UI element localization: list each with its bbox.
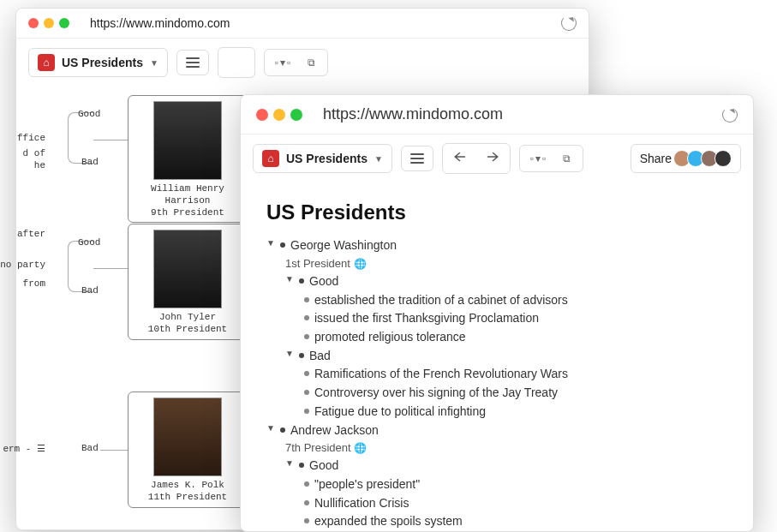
app-toolbar-front: ⌂ US Presidents ▼ ▫▾▫ ⧉ Share	[241, 134, 753, 182]
address-bar[interactable]: https://www.mindomo.com	[90, 16, 556, 30]
window-titlebar: https://www.mindomo.com	[241, 95, 753, 134]
president-name: George Washington	[290, 236, 397, 255]
list-item[interactable]: Fatigue due to political infighting	[304, 403, 727, 421]
reload-icon[interactable]	[722, 107, 738, 123]
doc-selector[interactable]: ⌂ US Presidents ▼	[253, 144, 392, 173]
app-toolbar-back: ⌂ US Presidents ▼ ▫▾▫ ⧉	[16, 39, 589, 87]
portrait-image	[153, 230, 222, 308]
map-node-harrison[interactable]: William Henry Harrison 9th President	[128, 95, 248, 223]
mindmap-view-icon[interactable]: ▫▾▫	[273, 57, 295, 69]
undo-button[interactable]	[451, 151, 470, 166]
window-maximize-icon[interactable]	[59, 18, 69, 28]
redo-button[interactable]	[242, 55, 246, 70]
doc-title-front: US Presidents	[286, 152, 368, 165]
bullet-icon	[304, 315, 309, 320]
window-minimize-icon[interactable]	[273, 109, 285, 121]
window-close-icon[interactable]	[28, 18, 39, 28]
snip: from	[0, 278, 45, 289]
bullet-icon	[299, 278, 304, 284]
window-titlebar: https://www.mindomo.com	[16, 9, 589, 39]
snip: no party	[0, 260, 45, 270]
snip: d of	[0, 148, 45, 158]
connector	[93, 268, 128, 269]
connector	[93, 140, 128, 140]
list-item[interactable]: "people's president"	[304, 475, 727, 494]
connector	[100, 450, 128, 451]
outline-section-bad[interactable]: ▼ Bad	[285, 347, 727, 366]
share-label: Share	[640, 152, 672, 165]
bracket	[68, 241, 93, 292]
bullet-icon	[304, 390, 309, 395]
bullet-icon	[304, 500, 309, 505]
chevron-down-icon: ▼	[150, 58, 158, 68]
outline-title: US Presidents	[266, 196, 727, 228]
portrait-image	[153, 101, 222, 180]
window-outline: https://www.mindomo.com ⌂ US Presidents …	[240, 94, 754, 532]
bullet-icon	[280, 242, 285, 248]
branch-good-label: Good	[78, 237, 100, 248]
share-button[interactable]: Share	[631, 144, 741, 173]
bullet-icon	[304, 518, 309, 523]
reload-icon[interactable]	[561, 15, 577, 31]
portrait-image	[153, 398, 222, 476]
window-close-icon[interactable]	[256, 109, 268, 121]
collapse-icon[interactable]: ▼	[285, 272, 294, 286]
branch-bad-label: Bad	[81, 443, 99, 453]
president-ord: 7th President 🌐	[285, 439, 727, 457]
globe-icon: 🌐	[354, 442, 367, 454]
window-minimize-icon[interactable]	[44, 18, 54, 28]
doc-selector[interactable]: ⌂ US Presidents ▼	[28, 48, 168, 77]
doc-title-back: US Presidents	[62, 56, 143, 69]
list-item[interactable]: established the tradition of a cabinet o…	[304, 291, 727, 310]
outline-item-president[interactable]: ▼ George Washington	[266, 236, 727, 255]
menu-button[interactable]	[401, 146, 433, 171]
map-node-polk[interactable]: James K. Polk 11th President	[128, 392, 248, 508]
bullet-icon	[280, 427, 285, 433]
collapse-icon[interactable]: ▼	[266, 236, 275, 250]
outline-panel[interactable]: US Presidents ▼ George Washington 1st Pr…	[241, 182, 753, 532]
bullet-icon	[304, 409, 309, 414]
outline-view-icon[interactable]: ⧉	[561, 152, 574, 164]
mindmap-view-icon[interactable]: ▫▾▫	[529, 152, 550, 164]
avatar	[714, 150, 732, 167]
node-caption: James K. Polk 11th President	[132, 480, 243, 504]
node-caption: William Henry Harrison 9th President	[132, 183, 243, 218]
window-maximize-icon[interactable]	[290, 109, 302, 121]
outline-view-icon[interactable]: ⧉	[306, 57, 319, 69]
list-item[interactable]: promoted religious tolerance	[304, 328, 727, 347]
view-mode-group: ▫▾▫ ⧉	[519, 145, 584, 172]
bullet-icon	[299, 353, 304, 358]
branch-bad-label: Bad	[81, 285, 99, 296]
bullet-icon	[304, 334, 309, 339]
undo-redo-group	[442, 143, 511, 174]
snip: erm - ☰	[0, 443, 45, 454]
list-item[interactable]: Ramifications of the French Revolutionar…	[304, 365, 727, 384]
hamburger-icon	[186, 56, 200, 69]
bullet-icon	[304, 297, 309, 302]
snip: ffice	[0, 133, 45, 143]
branch-good-label: Good	[78, 109, 100, 119]
bullet-icon	[299, 463, 304, 468]
view-mode-group: ▫▾▫ ⧉	[264, 49, 329, 76]
snip: after	[0, 229, 45, 239]
outline-section-good[interactable]: ▼ Good	[285, 272, 727, 291]
list-item[interactable]: expanded the spoils system	[304, 512, 727, 531]
collaborator-avatars	[677, 150, 732, 167]
redo-button[interactable]	[482, 151, 501, 166]
snip: he	[0, 160, 45, 170]
menu-button[interactable]	[176, 50, 209, 75]
list-item[interactable]: Controversy over his signing of the Jay …	[304, 384, 727, 403]
outline-item-president[interactable]: ▼ Andrew Jackson	[266, 421, 727, 440]
list-item[interactable]: issued the first Thanksgiving Proclamati…	[304, 309, 727, 328]
collapse-icon[interactable]: ▼	[266, 421, 275, 435]
map-node-tyler[interactable]: John Tyler 10th President	[128, 224, 248, 340]
undo-button[interactable]	[227, 55, 230, 70]
brand-icon: ⌂	[38, 54, 55, 71]
address-bar[interactable]: https://www.mindomo.com	[323, 105, 717, 123]
chevron-down-icon: ▼	[374, 154, 383, 164]
collapse-icon[interactable]: ▼	[285, 457, 294, 470]
collapse-icon[interactable]: ▼	[285, 347, 294, 361]
outline-section-good[interactable]: ▼ Good	[285, 457, 727, 475]
bullet-icon	[304, 481, 309, 487]
list-item[interactable]: Nullification Crisis	[304, 494, 727, 513]
